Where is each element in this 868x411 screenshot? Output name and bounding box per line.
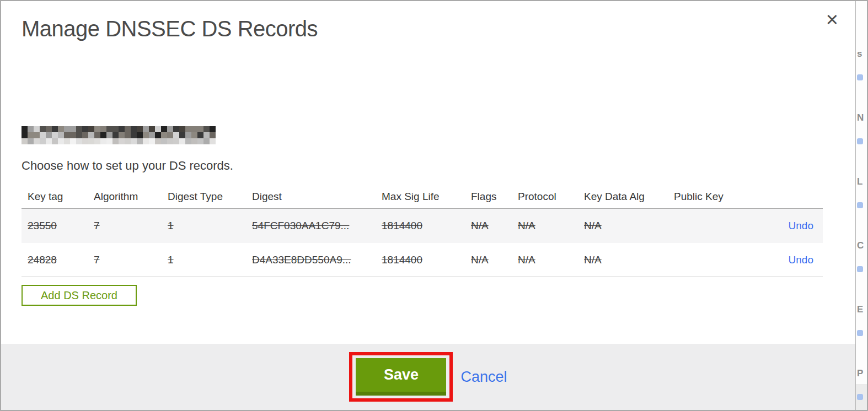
cell-digest: D4A33E8DD550A9... (252, 254, 382, 266)
cell-digest-type: 1 (168, 254, 252, 266)
redaction-pixel (100, 138, 106, 144)
background-link-fragment (857, 74, 863, 80)
background-link-fragment (857, 266, 863, 272)
redaction-pixel (70, 138, 76, 144)
redaction-pixel (22, 132, 28, 138)
add-ds-record-button[interactable]: Add DS Record (22, 285, 137, 306)
redaction-pixel (125, 132, 131, 138)
redaction-pixel (203, 126, 210, 132)
redaction-pixel (58, 138, 64, 144)
redaction-pixel (167, 138, 173, 144)
redaction-pixel (210, 126, 216, 132)
col-header-digest: Digest (252, 191, 382, 203)
redaction-pixel (64, 138, 70, 144)
col-header-protocol: Protocol (518, 191, 584, 203)
redaction-pixel (28, 138, 34, 144)
cell-flags: N/A (471, 220, 518, 232)
redaction-pixel (197, 132, 203, 138)
redaction-pixel (82, 138, 88, 144)
redaction-pixel (161, 138, 167, 144)
background-text-fragment: C (857, 240, 864, 251)
cell-protocol: N/A (518, 254, 584, 266)
close-icon[interactable]: ✕ (826, 12, 839, 28)
redaction-pixel (100, 126, 106, 132)
redaction-pixel (112, 138, 119, 144)
redaction-pixel (22, 126, 28, 132)
redaction-pixel (143, 132, 149, 138)
redaction-pixel (94, 126, 100, 132)
redaction-pixel (131, 126, 137, 132)
cell-key-tag: 23550 (28, 220, 94, 232)
redaction-pixel (76, 138, 82, 144)
redaction-pixel (34, 126, 40, 132)
redaction-pixel (58, 132, 64, 138)
redaction-pixel (52, 132, 58, 138)
redaction-pixel (125, 138, 131, 144)
col-header-key-tag: Key tag (28, 191, 94, 203)
undo-link[interactable]: Undo (789, 254, 813, 266)
col-header-key-data-alg: Key Data Alg (584, 191, 674, 203)
col-header-digest-type: Digest Type (168, 191, 252, 203)
redaction-pixel (149, 138, 155, 144)
undo-link[interactable]: Undo (789, 220, 813, 232)
redaction-pixel (210, 138, 216, 144)
redaction-pixel (64, 126, 70, 132)
redaction-pixel (191, 132, 197, 138)
background-link-fragment (857, 394, 863, 400)
table-row: 23550 7 1 54FCF030AA1C79... 1814400 N/A … (22, 209, 823, 243)
redaction-pixel (155, 138, 161, 144)
redaction-pixel (82, 126, 88, 132)
redaction-pixel (28, 132, 34, 138)
redaction-pixel (112, 126, 119, 132)
redaction-pixel (112, 132, 119, 138)
background-link-fragment (857, 138, 863, 144)
page-title: Manage DNSSEC DS Records (22, 17, 318, 41)
redaction-pixel (94, 132, 100, 138)
redaction-pixel (94, 138, 100, 144)
redaction-pixel (106, 132, 112, 138)
redaction-pixel (137, 126, 143, 132)
redaction-pixel (100, 132, 106, 138)
redaction-pixel (161, 126, 167, 132)
redaction-pixel (210, 132, 216, 138)
redaction-pixel (131, 138, 137, 144)
redaction-pixel (106, 126, 112, 132)
cancel-link[interactable]: Cancel (460, 369, 507, 386)
redaction-pixel (40, 138, 46, 144)
redaction-pixel (143, 126, 149, 132)
redaction-pixel (22, 138, 28, 144)
background-text-fragment: L (857, 176, 862, 187)
redaction-pixel (88, 138, 94, 144)
dnssec-modal-screen: Manage DNSSEC DS Records ✕ Choose how to… (0, 0, 868, 411)
redacted-domain-name (22, 126, 216, 144)
cell-digest-type: 1 (168, 220, 252, 232)
cell-protocol: N/A (518, 220, 584, 232)
redaction-pixel (149, 132, 155, 138)
ds-records-table: Key tag Algorithm Digest Type Digest Max… (22, 185, 823, 277)
redaction-pixel (46, 138, 52, 144)
redaction-pixel (34, 132, 40, 138)
cell-algorithm: 7 (94, 254, 168, 266)
cell-key-data-alg: N/A (584, 254, 674, 266)
modal-footer: Save Cancel (1, 344, 855, 410)
redaction-pixel (76, 126, 82, 132)
redaction-pixel (64, 132, 70, 138)
redaction-pixel (179, 132, 185, 138)
redaction-pixel (34, 138, 40, 144)
save-button[interactable]: Save (356, 358, 446, 396)
redaction-pixel (52, 126, 58, 132)
col-header-algorithm: Algorithm (94, 191, 168, 203)
table-row: 24828 7 1 D4A33E8DD550A9... 1814400 N/A … (22, 243, 823, 277)
redaction-pixel (167, 132, 173, 138)
redaction-pixel (106, 138, 112, 144)
cell-key-data-alg: N/A (584, 220, 674, 232)
redaction-pixel (191, 126, 197, 132)
redaction-pixel (173, 138, 179, 144)
redaction-pixel (52, 138, 58, 144)
col-header-max-sig-life: Max Sig Life (382, 191, 471, 203)
redaction-pixel (58, 126, 64, 132)
redaction-pixel (70, 132, 76, 138)
redaction-pixel (167, 126, 173, 132)
redaction-pixel (185, 126, 191, 132)
redaction-pixel (203, 132, 210, 138)
